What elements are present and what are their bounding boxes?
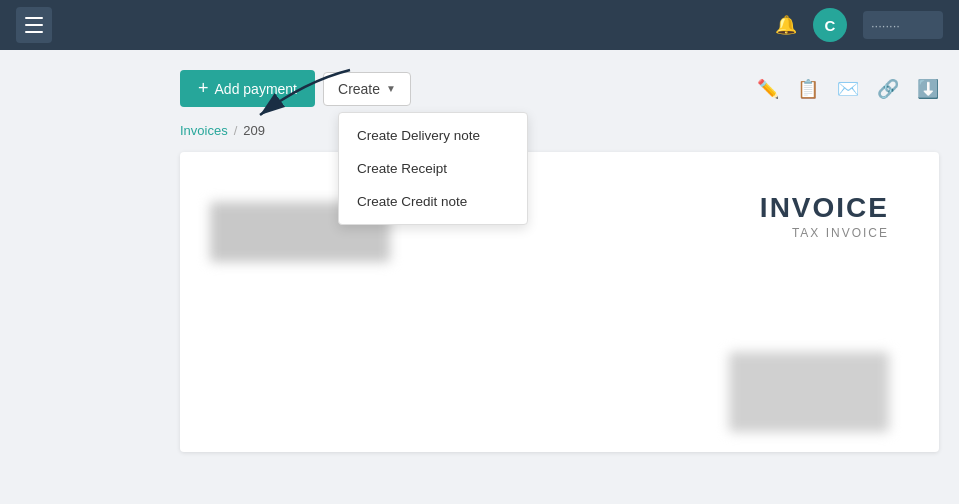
menu-button[interactable] [16,7,52,43]
avatar: C [813,8,847,42]
plus-icon: + [198,78,209,99]
user-name-placeholder: ········ [863,11,943,39]
breadcrumb-current: 209 [243,123,265,138]
edit-icon[interactable]: ✏️ [757,78,779,100]
nav-right: 🔔 C ········ [775,8,943,42]
bell-icon[interactable]: 🔔 [775,14,797,36]
email-icon[interactable]: ✉️ [837,78,859,100]
toolbar-right: ✏️ 📋 ✉️ 🔗 ⬇️ [757,78,939,100]
breadcrumb-separator: / [234,123,238,138]
breadcrumb: Invoices / 209 [180,123,939,138]
main-content: + Add payment Create ▼ Create Delivery n… [0,50,959,504]
caret-down-icon: ▼ [386,83,396,94]
create-dropdown-button[interactable]: Create ▼ [323,72,411,106]
create-receipt-item[interactable]: Create Receipt [339,152,527,185]
hamburger-line [25,24,43,26]
create-delivery-note-item[interactable]: Create Delivery note [339,119,527,152]
create-label: Create [338,81,380,97]
add-payment-button[interactable]: + Add payment [180,70,315,107]
copy-icon[interactable]: 📋 [797,78,819,100]
blurred-content [729,352,889,432]
navbar: 🔔 C ········ [0,0,959,50]
create-credit-note-item[interactable]: Create Credit note [339,185,527,218]
add-payment-label: Add payment [215,81,298,97]
invoice-document: INVOICE TAX INVOICE [180,152,939,452]
toolbar-left: + Add payment Create ▼ Create Delivery n… [180,70,411,107]
nav-left [16,7,52,43]
hamburger-line [25,17,43,19]
link-icon[interactable]: 🔗 [877,78,899,100]
download-icon[interactable]: ⬇️ [917,78,939,100]
breadcrumb-invoices-link[interactable]: Invoices [180,123,228,138]
create-dropdown-menu: Create Delivery note Create Receipt Crea… [338,112,528,225]
toolbar: + Add payment Create ▼ Create Delivery n… [180,70,939,107]
hamburger-line [25,31,43,33]
